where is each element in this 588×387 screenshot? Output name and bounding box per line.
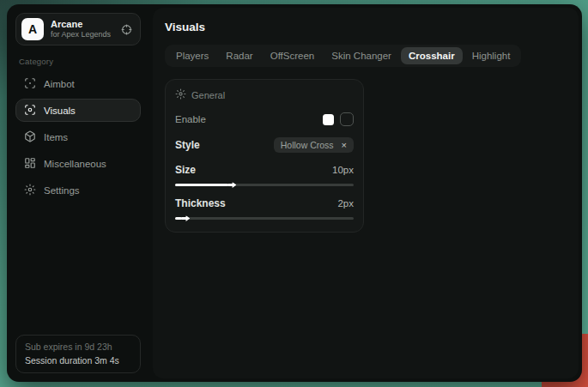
style-label: Style <box>175 139 200 151</box>
sidebar-item-items[interactable]: Items <box>15 125 141 148</box>
thickness-value: 2px <box>337 198 354 209</box>
size-label: Size <box>175 164 196 176</box>
sidebar-item-label: Settings <box>44 185 80 196</box>
tab-radar[interactable]: Radar <box>218 47 260 64</box>
color-swatch[interactable] <box>323 114 334 125</box>
sidebar-item-label: Aimbot <box>44 79 75 89</box>
sidebar-item-visuals[interactable]: Visuals <box>15 99 141 122</box>
sidebar-item-miscellaneous[interactable]: Miscellaneous <box>15 152 141 175</box>
style-value-pill[interactable]: Hollow Cross × <box>274 137 354 153</box>
package-icon <box>24 130 36 144</box>
focus-target-icon <box>24 77 36 91</box>
gear-icon <box>175 88 186 101</box>
sidebar-item-label: Items <box>44 132 68 142</box>
style-row: Style Hollow Cross × <box>175 137 354 153</box>
enable-checkbox[interactable] <box>340 112 354 126</box>
sidebar-item-aimbot[interactable]: Aimbot <box>15 72 141 95</box>
sub-expires-text: Sub expires in 9d 23h <box>25 342 131 352</box>
category-label: Category <box>19 57 137 66</box>
size-slider-thumb[interactable] <box>227 182 236 188</box>
page-title: Visuals <box>165 21 567 33</box>
size-slider-fill <box>175 184 228 186</box>
sidebar-item-settings[interactable]: Settings <box>15 178 141 202</box>
sidebar: A Arcane for Apex Legends Category Aimbo… <box>7 4 148 382</box>
size-field: Size 10px <box>175 164 354 186</box>
app-title-block: Arcane for Apex Legends <box>51 18 111 40</box>
app-subtitle: for Apex Legends <box>51 30 111 40</box>
thickness-row: Thickness 2px <box>175 197 354 209</box>
tab-highlight[interactable]: Highlight <box>464 47 518 64</box>
session-duration-text: Session duration 3m 4s <box>25 355 131 366</box>
app-window: A Arcane for Apex Legends Category Aimbo… <box>7 4 582 382</box>
tab-offscreen[interactable]: OffScreen <box>263 47 323 64</box>
sidebar-item-label: Visuals <box>44 106 76 116</box>
sidebar-item-label: Miscellaneous <box>44 159 106 169</box>
thickness-field: Thickness 2px <box>175 197 354 220</box>
gear-icon <box>24 184 36 197</box>
enable-row: Enable <box>175 112 354 126</box>
remove-style-icon[interactable]: × <box>342 141 347 150</box>
tab-players[interactable]: Players <box>168 47 216 64</box>
app-name: Arcane <box>51 18 111 30</box>
general-panel-header: General <box>175 88 354 101</box>
thickness-slider-fill <box>175 217 182 220</box>
main-content: Visuals Players Radar OffScreen Skin Cha… <box>153 8 579 378</box>
general-panel-title: General <box>191 90 225 100</box>
size-value: 10px <box>332 165 354 175</box>
app-logo: A <box>21 18 44 40</box>
enable-controls <box>323 112 354 126</box>
layout-grid-icon <box>24 157 36 171</box>
thickness-label: Thickness <box>175 197 226 209</box>
scan-eye-icon <box>24 104 36 118</box>
size-row: Size 10px <box>175 164 354 176</box>
crosshair-icon[interactable] <box>121 24 132 35</box>
style-value: Hollow Cross <box>281 140 334 150</box>
thickness-slider-thumb[interactable] <box>181 215 190 221</box>
thickness-slider[interactable] <box>175 217 354 220</box>
app-header: A Arcane for Apex Legends <box>15 13 141 45</box>
tab-crosshair[interactable]: Crosshair <box>401 47 463 64</box>
subscription-info-box: Sub expires in 9d 23h Session duration 3… <box>15 335 141 373</box>
general-panel: General Enable Style Hollow Cross × Size <box>165 79 364 233</box>
tab-bar: Players Radar OffScreen Skin Changer Cro… <box>165 45 521 67</box>
tab-skin-changer[interactable]: Skin Changer <box>324 47 399 64</box>
enable-label: Enable <box>175 114 206 124</box>
size-slider[interactable] <box>175 184 354 186</box>
